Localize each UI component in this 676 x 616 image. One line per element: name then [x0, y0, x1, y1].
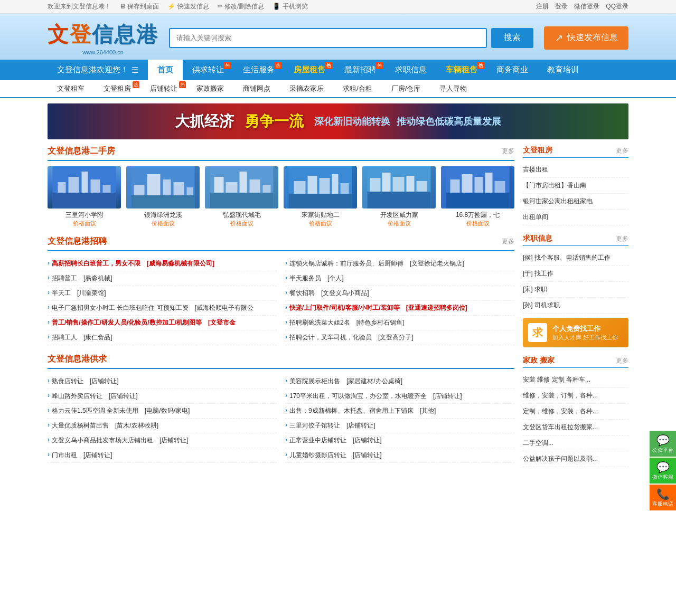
sub-nav-rent-car[interactable]: 文登租车 — [48, 80, 94, 97]
sub-nav-shop-transfer[interactable]: 店铺转让热 — [140, 80, 187, 97]
supply-item[interactable]: 三里河饺子馆转让 [店铺转让] — [285, 419, 514, 433]
housekeeping-item-2[interactable]: 定制，维修，安装，各种... — [523, 404, 628, 420]
recruit-item[interactable]: 连锁火锅店诚聘：前厅服务员、后厨师傅 [文登徐记老火锅店] — [285, 257, 514, 271]
recruit-item[interactable]: 普工/销售/操作工/研发人员/化验员/数控加工/机制图等 [文登市金 — [48, 316, 277, 330]
recruit-item[interactable]: 招聘工人 [康仁食品] — [48, 330, 277, 345]
svg-rect-8 — [132, 195, 195, 209]
supply-item[interactable]: 门市出租 [店铺转让] — [48, 448, 277, 463]
housekeeping-item-4[interactable]: 二手空调... — [523, 435, 628, 451]
qq-login-link[interactable]: QQ登录 — [606, 2, 628, 11]
sub-nav-factory[interactable]: 厂房/仓库 — [382, 80, 430, 97]
supply-item[interactable]: 峰山路外卖店转让 [店铺转让] — [48, 389, 277, 404]
sub-nav-find-person[interactable]: 寻人寻物 — [430, 80, 476, 97]
recruit-item[interactable]: 半天工 [川渝菜馆] — [48, 286, 277, 301]
supply-item[interactable]: 出售：9成新棉棒、木托盘、宿舍用上下铺床 [其他] — [285, 404, 514, 419]
housekeeping-item-0[interactable]: 安装 维修 定制 各种车... — [523, 372, 628, 388]
nav-item-jobseek[interactable]: 求职信息 — [386, 60, 436, 80]
housekeeping-item-5[interactable]: 公益解决孩子问题以及弱... — [523, 451, 628, 467]
nav-item-recruit[interactable]: 最新招聘热 — [335, 60, 386, 80]
recruit-item[interactable]: 招聘普工 [易淼机械] — [48, 271, 277, 286]
job-seek-item-3[interactable]: [孙] 司机求职 — [523, 298, 628, 314]
rental-item-3[interactable]: 出租单间 — [523, 210, 628, 225]
sub-nav-seek-rent[interactable]: 求租/合租 — [333, 80, 382, 97]
supply-header: 文登信息港供求 — [48, 354, 514, 369]
nav-item-home[interactable]: 首页 — [148, 60, 183, 80]
quick-post-link[interactable]: ⚡ 快速发信息 — [167, 2, 209, 11]
property-item-4[interactable]: 开发区威力家 价格面议 — [362, 166, 436, 228]
nav-item-education[interactable]: 教育培训 — [538, 60, 588, 80]
job-seek-item-0[interactable]: [侯] 找个客服、电话销售的工作 — [523, 250, 628, 266]
wechat-platform-btn[interactable]: 💬 公众平台 — [650, 431, 676, 457]
rental-right-section: 文登租房 更多 吉楼出租 【门市房出租】香山南 银河世家公寓出租租家电 出租单间 — [523, 146, 628, 225]
svg-rect-22 — [289, 194, 352, 209]
recruit-item[interactable]: 招聘会计，叉车司机，化验员 [文登高分子] — [285, 330, 514, 345]
svg-rect-11 — [163, 179, 171, 195]
supply-item[interactable]: 正常营业中店铺转让 [店铺转让] — [285, 433, 514, 448]
job-seek-box[interactable]: 求 个人免费找工作 加入人才库 好工作找上你 — [523, 318, 628, 347]
register-link[interactable]: 注册 — [536, 2, 549, 11]
logo-text[interactable]: 文登信息港 — [48, 20, 158, 49]
recruit-item[interactable]: 电子厂急招男女小时工 长白班包吃住 可预知工资 [威海松顺电子有限公 — [48, 301, 277, 316]
supply-item[interactable]: 文登义乌小商品批发市场大店铺出租 [店铺转让] — [48, 433, 277, 448]
property-img-0 — [48, 166, 121, 209]
property-item-5[interactable]: 16.8万捡漏，七 价格面议 — [441, 166, 514, 228]
save-desktop-link[interactable]: 🖥 保存到桌面 — [119, 2, 159, 11]
sub-nav-farm-pick[interactable]: 采摘农家乐 — [280, 80, 333, 97]
sub-nav-housekeeping[interactable]: 家政搬家 — [187, 80, 233, 97]
recruit-item[interactable]: 半天服务员 [个人] — [285, 271, 514, 286]
wechat-service-btn[interactable]: 💬 微信客服 — [650, 458, 676, 476]
nav-item-vehicle[interactable]: 车辆租售热 — [436, 60, 487, 80]
job-seek-item-2[interactable]: [宋] 求职 — [523, 282, 628, 298]
job-seek-more[interactable]: 更多 — [616, 234, 628, 243]
recruit-grid: 高薪招聘长白班普工，男女不限 [威海易淼机械有限公司] 招聘普工 [易淼机械] … — [48, 257, 514, 345]
recruit-item[interactable]: 招聘刷碗洗菜大姐2名 [特色乡村石锅鱼] — [285, 316, 514, 330]
sub-nav-rent-house[interactable]: 文登租房热 — [94, 80, 140, 97]
nav-item-business[interactable]: 商务商业 — [487, 60, 538, 80]
property-price-0: 价格面议 — [48, 220, 121, 228]
rental-right-more[interactable]: 更多 — [616, 146, 628, 155]
svg-rect-2 — [58, 182, 66, 193]
recruit-more[interactable]: 更多 — [502, 237, 514, 246]
rental-item-0[interactable]: 吉楼出租 — [523, 162, 628, 178]
svg-rect-3 — [69, 177, 79, 193]
rental-item-1[interactable]: 【门市房出租】香山南 — [523, 178, 628, 194]
supply-item[interactable]: 170平米出租，可以做淘宝，办公室，水电暖齐全 [店铺转让] — [285, 389, 514, 404]
svg-rect-13 — [187, 187, 193, 195]
property-item-2[interactable]: 弘盛现代城毛 价格面议 — [205, 166, 278, 228]
supply-item[interactable]: 美容院展示柜出售 [家居建材/办公桌椅] — [285, 374, 514, 389]
modify-delete-link[interactable]: ✏ 修改/删除信息 — [218, 2, 265, 11]
mobile-browse-link[interactable]: 📱 手机浏览 — [273, 2, 307, 11]
nav-item-supply[interactable]: 供求转让热 — [183, 60, 233, 80]
rental-item-2[interactable]: 银河世家公寓出租租家电 — [523, 194, 628, 210]
svg-rect-19 — [250, 179, 260, 193]
supply-item[interactable]: 熟食店转让 [店铺转让] — [48, 374, 277, 389]
property-item-3[interactable]: 宋家街贴地二 价格面议 — [284, 166, 357, 228]
recruit-col-left: 高薪招聘长白班普工，男女不限 [威海易淼机械有限公司] 招聘普工 [易淼机械] … — [48, 257, 277, 345]
job-seek-item-1[interactable]: [于] 找工作 — [523, 266, 628, 282]
housekeeping-header: 家政 搬家 更多 — [523, 356, 628, 368]
supply-item[interactable]: 格力云佳1.5匹空调 全新未使用 [电脑/数码/家电] — [48, 404, 277, 419]
edit-icon: ✏ — [218, 3, 223, 10]
recruit-item[interactable]: 餐饮招聘 [文登义乌小商品] — [285, 286, 514, 301]
recruit-item[interactable]: 快递/上门取件/司机/客服/小时工/装卸等 [亚通速递招聘多岗位] — [285, 301, 514, 316]
svg-rect-12 — [174, 182, 184, 195]
second-hand-more[interactable]: 更多 — [502, 147, 514, 156]
nav-item-house[interactable]: 房屋租售热 — [284, 60, 335, 80]
search-input[interactable] — [169, 28, 487, 48]
housekeeping-item-3[interactable]: 文登区货车出租拉货搬家... — [523, 420, 628, 435]
housekeeping-item-1[interactable]: 维修，安装，订制，各种... — [523, 388, 628, 404]
sub-nav-shop-network[interactable]: 商铺网点 — [233, 80, 280, 97]
svg-rect-4 — [82, 172, 88, 193]
wechat-login-link[interactable]: 微信登录 — [574, 2, 599, 11]
nav-item-life[interactable]: 生活服务热 — [233, 60, 284, 80]
housekeeping-more[interactable]: 更多 — [616, 356, 628, 365]
property-item-1[interactable]: 银海绿洲龙溪 价格面议 — [126, 166, 200, 228]
supply-item[interactable]: 大量优质杨树苗出售 [苗木/农林牧耕] — [48, 419, 277, 433]
property-item-0[interactable]: 三里河小学附 价格面议 — [48, 166, 121, 228]
search-button[interactable]: 搜索 — [491, 28, 533, 48]
quick-post-button[interactable]: ↗ 快速发布信息 — [544, 26, 628, 50]
property-price-5: 价格面议 — [441, 220, 514, 228]
login-link[interactable]: 登录 — [555, 2, 568, 11]
supply-item[interactable]: 儿童婚纱摄影店转让 [店铺转让] — [285, 448, 514, 463]
recruit-item[interactable]: 高薪招聘长白班普工，男女不限 [威海易淼机械有限公司] — [48, 257, 277, 271]
